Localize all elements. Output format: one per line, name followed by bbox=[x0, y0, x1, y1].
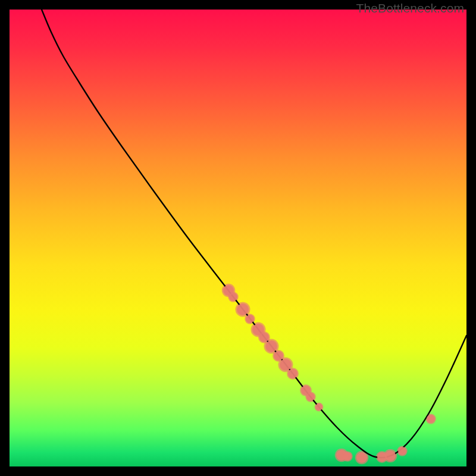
data-marker bbox=[398, 447, 406, 455]
bottleneck-curve bbox=[42, 10, 466, 458]
markers-behind bbox=[222, 284, 436, 465]
data-marker bbox=[229, 293, 237, 301]
data-marker bbox=[385, 450, 396, 461]
data-marker bbox=[427, 415, 435, 423]
data-marker bbox=[280, 359, 292, 371]
chart-svg bbox=[10, 10, 466, 466]
data-marker bbox=[343, 452, 352, 461]
data-marker bbox=[356, 452, 367, 463]
data-marker bbox=[306, 393, 315, 401]
watermark-text: TheBottleneck.com bbox=[356, 1, 464, 15]
data-marker bbox=[274, 351, 283, 361]
data-marker bbox=[315, 403, 322, 411]
data-marker bbox=[246, 315, 254, 323]
data-marker bbox=[259, 333, 269, 342]
data-marker bbox=[288, 369, 298, 378]
markers-front bbox=[223, 285, 435, 463]
data-marker bbox=[265, 340, 277, 352]
data-marker bbox=[237, 303, 249, 315]
